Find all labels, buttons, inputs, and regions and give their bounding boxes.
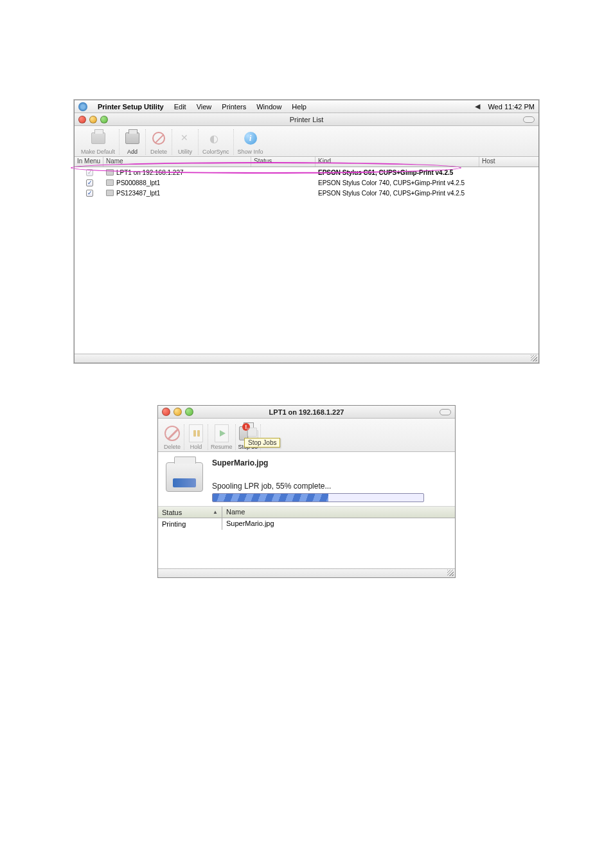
in-menu-checkbox[interactable]: ✓ — [86, 179, 93, 186]
queue-list: Printing SuperMario.jpg — [158, 518, 455, 568]
menu-help[interactable]: Help — [287, 103, 312, 111]
resume-job-button[interactable]: Resume — [208, 424, 236, 450]
no-sign-icon — [152, 132, 165, 145]
col-in-menu[interactable]: In Menu — [75, 157, 103, 167]
tooltip: Stop Jobs — [244, 438, 280, 448]
statusbar — [158, 568, 455, 577]
minimize-button[interactable] — [173, 408, 182, 416]
printer-row[interactable]: ✓ PS123487_lpt1 EPSON Stylus Color 740, … — [75, 188, 538, 198]
minimize-button[interactable] — [89, 116, 97, 123]
info-icon: i — [244, 132, 257, 145]
toolbar: Make Default Add Delete Utility ColorSyn… — [75, 126, 538, 157]
window-title: LPT1 on 192.168.1.227 — [269, 408, 344, 416]
show-info-label: Show Info — [238, 149, 263, 155]
queue-header: Status ▲ Name — [158, 507, 455, 518]
apple-menu-icon[interactable] — [78, 102, 87, 111]
delete-label: Delete — [150, 149, 167, 155]
titlebar: Printer List — [75, 113, 538, 126]
close-button[interactable] — [162, 408, 170, 416]
delete-label: Delete — [164, 444, 181, 450]
printer-name: LPT1 on 192.168.1.227 — [116, 169, 184, 176]
list-header: In Menu Name Status Kind Host — [75, 157, 538, 167]
zoom-button[interactable] — [100, 116, 108, 123]
job-filename: SuperMario.jpg — [212, 458, 447, 467]
printer-kind: EPSON Stylus Color 740, CUPS+Gimp-Print … — [315, 179, 479, 187]
colorsync-button[interactable]: ColorSync — [199, 129, 234, 155]
col-name[interactable]: Name — [103, 157, 251, 167]
printer-list-window: Printer Setup Utility Edit View Printers… — [74, 100, 539, 363]
resize-grip[interactable] — [447, 570, 454, 576]
pause-page-icon — [189, 424, 203, 442]
printer-icon — [106, 169, 114, 176]
col-status-label: Status — [162, 509, 182, 516]
printer-row[interactable]: ✓ PS000888_lpt1 EPSON Stylus Color 740, … — [75, 177, 538, 188]
col-host[interactable]: Host — [479, 157, 538, 167]
job-status: Spooling LPR job, 55% complete... — [212, 482, 447, 491]
utility-label: Utility — [178, 149, 192, 155]
hold-label: Hold — [190, 444, 202, 450]
add-button[interactable]: Add — [120, 129, 146, 155]
show-info-button[interactable]: i Show Info — [234, 129, 267, 155]
make-default-label: Make Default — [81, 149, 115, 155]
menubar: Printer Setup Utility Edit View Printers… — [75, 100, 538, 113]
delete-job-button[interactable]: Delete — [161, 424, 184, 450]
statusbar — [75, 354, 538, 363]
in-menu-checkbox[interactable]: ✓ — [86, 190, 93, 197]
col-status[interactable]: Status — [251, 157, 315, 167]
delete-button[interactable]: Delete — [146, 129, 172, 155]
toolbar: Delete Hold Resume Stop Jo Stop Jobs — [158, 419, 455, 452]
titlebar: LPT1 on 192.168.1.227 — [158, 406, 455, 419]
printer-default-icon — [91, 132, 105, 144]
colorsync-label: ColorSync — [202, 149, 229, 155]
printer-name: PS123487_lpt1 — [116, 190, 160, 197]
printer-name: PS000888_lpt1 — [116, 179, 160, 186]
printer-icon — [106, 190, 114, 196]
play-page-icon — [215, 424, 229, 442]
printer-row[interactable]: ✓ LPT1 on 192.168.1.227 EPSON Stylus C61… — [75, 167, 538, 177]
sort-indicator-icon: ▲ — [213, 509, 218, 515]
menu-view[interactable]: View — [191, 103, 217, 111]
resize-grip[interactable] — [531, 355, 537, 361]
close-button[interactable] — [78, 116, 86, 123]
volume-icon[interactable]: ◀ — [475, 102, 483, 111]
queue-row[interactable]: Printing SuperMario.jpg — [158, 518, 455, 530]
queue-name: SuperMario.jpg — [222, 518, 455, 530]
printer-add-icon — [125, 132, 139, 144]
clock[interactable]: Wed 11:42 PM — [483, 103, 535, 111]
col-status[interactable]: Status ▲ — [158, 507, 222, 518]
in-menu-checkbox[interactable]: ✓ — [86, 169, 93, 176]
col-kind[interactable]: Kind — [315, 157, 479, 167]
zoom-button[interactable] — [185, 408, 193, 416]
current-job-panel: SuperMario.jpg Spooling LPR job, 55% com… — [158, 452, 455, 507]
progress-bar — [212, 493, 424, 502]
no-sign-icon — [164, 426, 180, 441]
menu-printers[interactable]: Printers — [217, 103, 251, 111]
add-label: Add — [127, 149, 138, 155]
utility-button[interactable]: Utility — [172, 129, 199, 155]
menu-window[interactable]: Window — [251, 103, 287, 111]
progress-fill — [213, 494, 328, 502]
window-title: Printer List — [290, 116, 324, 123]
col-name[interactable]: Name — [222, 507, 455, 518]
menu-edit[interactable]: Edit — [169, 103, 191, 111]
toolbar-toggle-button[interactable] — [440, 409, 451, 415]
resume-label: Resume — [211, 444, 233, 450]
colorsync-icon — [209, 132, 222, 144]
printer-icon — [106, 179, 114, 186]
toolbar-toggle-button[interactable] — [523, 116, 535, 123]
printer-list: ✓ LPT1 on 192.168.1.227 EPSON Stylus C61… — [75, 167, 538, 354]
make-default-button[interactable]: Make Default — [77, 129, 120, 155]
app-menu[interactable]: Printer Setup Utility — [93, 103, 169, 111]
printer-kind: EPSON Stylus Color 740, CUPS+Gimp-Print … — [315, 189, 479, 197]
utility-icon — [179, 132, 191, 144]
printer-queue-window: LPT1 on 192.168.1.227 Delete Hold Resume… — [157, 405, 456, 578]
queue-status: Printing — [158, 518, 222, 530]
printer-kind: EPSON Stylus C61, CUPS+Gimp-Print v4.2.5 — [318, 169, 453, 176]
printer-icon — [166, 462, 203, 492]
hold-job-button[interactable]: Hold — [184, 424, 208, 450]
